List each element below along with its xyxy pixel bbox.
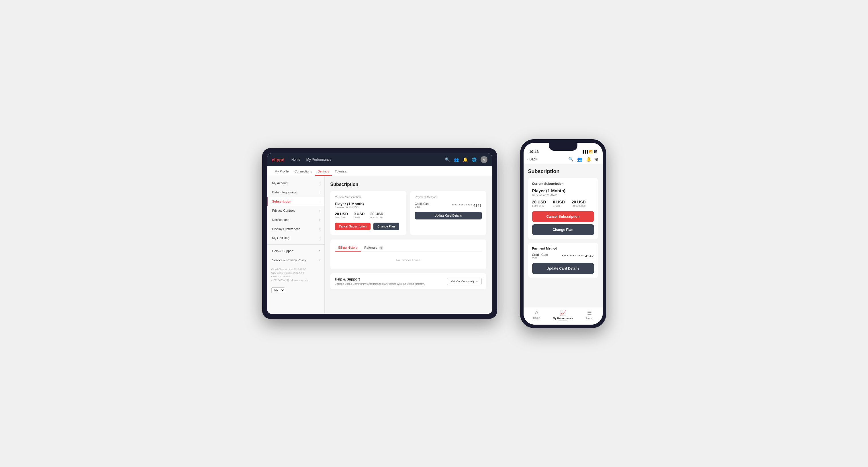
phone-change-plan-button[interactable]: Change Plan: [532, 224, 594, 235]
chevron-right-icon: ›: [319, 218, 320, 221]
billing-tabs: Billing History Referrals 0: [335, 244, 482, 252]
phone-plan-name: Player (1 Month): [532, 188, 594, 193]
phone-current-subscription-card-title: Current Subscription: [532, 182, 594, 185]
nav-link-home[interactable]: Home: [291, 158, 301, 162]
help-support-section: Help & Support Visit the Clippd Communit…: [331, 273, 486, 289]
tablet-frame: clippd Home My Performance 🔍 👥 🔔 🌐 A My …: [262, 148, 497, 319]
nav-link-performance[interactable]: My Performance: [306, 158, 332, 162]
phone-credit: 0 USD Credit: [553, 200, 565, 207]
sidebar-item-notifications[interactable]: Notifications ›: [267, 215, 324, 224]
phone-notch: [549, 143, 578, 151]
cards-row: Current Subscription Player (1 Month) Re…: [331, 191, 486, 235]
phone-cancel-subscription-button[interactable]: Cancel Subscription: [532, 211, 594, 222]
tab-referrals[interactable]: Referrals 0: [361, 244, 387, 252]
payment-type: Credit Card: [415, 202, 430, 206]
tablet-content: My Account › Data Integrations › Subscri…: [267, 176, 492, 314]
payment-card-number: **** **** **** 4242: [452, 204, 482, 207]
phone-base-price: 20 USD Base price: [532, 200, 546, 207]
tablet-navbar: clippd Home My Performance 🔍 👥 🔔 🌐 A: [267, 153, 492, 166]
performance-icon: 📈: [560, 310, 566, 316]
signal-icon: ▐▐▐: [582, 150, 588, 153]
payment-method-title: Payment Method: [415, 196, 482, 199]
phone-nav-menu[interactable]: ☰ Menu: [576, 310, 602, 321]
current-subscription-card: Current Subscription Player (1 Month) Re…: [331, 191, 406, 235]
amount-due: 20 USD Amount due: [370, 212, 383, 219]
language-select[interactable]: EN: [271, 287, 285, 293]
subnav-settings[interactable]: Settings: [315, 169, 332, 176]
phone-time: 10:43: [529, 150, 539, 154]
bell-icon[interactable]: 🔔: [463, 157, 468, 162]
no-invoices-message: No Invoices Found: [335, 256, 482, 265]
phone-nav-home[interactable]: ⌂ Home: [524, 310, 550, 321]
bell-icon[interactable]: 🔔: [586, 157, 591, 162]
chevron-right-icon: ›: [319, 200, 320, 203]
update-card-button[interactable]: Update Card Details: [415, 212, 482, 219]
sidebar-item-help-support[interactable]: Help & Support ↗: [267, 246, 324, 255]
change-plan-button[interactable]: Change Plan: [373, 223, 399, 230]
phone-status-icons: ▐▐▐ 📶 85: [582, 150, 597, 153]
help-description: Visit the Clippd Community to troublesho…: [335, 282, 425, 285]
credit-price: 0 USD Credit: [353, 212, 365, 219]
sidebar-language[interactable]: EN: [267, 285, 324, 296]
sidebar-item-data-integrations[interactable]: Data Integrations ›: [267, 188, 324, 197]
billing-card: Billing History Referrals 0 No Invoices …: [331, 240, 486, 269]
tablet-sidebar: My Account › Data Integrations › Subscri…: [267, 176, 325, 314]
plan-renew-date: Renews on 25/07/23: [335, 206, 402, 209]
sidebar-item-display-preferences[interactable]: Display Preferences ›: [267, 224, 324, 234]
plan-pricing: 20 USD Base price 0 USD Credit 20 USD Am…: [335, 212, 402, 219]
sidebar-divider: [267, 244, 324, 245]
subnav-connections[interactable]: Connections: [291, 169, 315, 176]
chevron-right-icon: ›: [319, 227, 320, 230]
phone-card-number: **** **** **** 4242: [562, 254, 594, 258]
payment-type-info: Credit Card Visa: [415, 202, 430, 208]
sidebar-item-my-golf-bag[interactable]: My Golf Bag ›: [267, 234, 324, 243]
external-link-icon: ↗: [318, 250, 320, 253]
phone-nav-performance[interactable]: 📈 My Performance: [550, 310, 576, 321]
sidebar-item-my-account[interactable]: My Account ›: [267, 179, 324, 188]
phone-current-subscription-card: Current Subscription Player (1 Month) Re…: [528, 178, 598, 239]
home-icon: ⌂: [535, 310, 538, 316]
phone-bottom-nav: ⌂ Home 📈 My Performance ☰ Menu: [524, 307, 602, 324]
tablet-main: Subscription Current Subscription Player…: [325, 176, 492, 314]
avatar[interactable]: A: [480, 156, 488, 163]
globe-icon[interactable]: 🌐: [472, 157, 476, 162]
phone-pricing: 20 USD Base price 0 USD Credit 20 USD Am…: [532, 200, 594, 207]
phone-payment-method-card: Payment Method Credit Card Visa **** ***…: [528, 243, 598, 278]
chevron-right-icon: ›: [319, 182, 320, 185]
referrals-badge: 0: [379, 246, 383, 250]
tablet-nav-links: Home My Performance: [291, 158, 445, 162]
payment-method-card: Payment Method Credit Card Visa **** ***…: [410, 191, 486, 235]
tab-billing-history[interactable]: Billing History: [335, 244, 361, 252]
phone-payment-info-row: Credit Card Visa **** **** **** 4242: [532, 253, 594, 259]
sidebar-item-privacy-controls[interactable]: Privacy Controls ›: [267, 206, 324, 215]
chevron-right-icon: ›: [319, 237, 320, 240]
phone-nav: ‹ Back 🔍 👥 🔔 ⊕: [524, 155, 602, 164]
sidebar-item-service-privacy-policy[interactable]: Service & Privacy Policy ↗: [267, 255, 324, 265]
add-icon[interactable]: ⊕: [595, 157, 599, 162]
subscription-btn-row: Cancel Subscription Change Plan: [335, 223, 402, 230]
users-icon[interactable]: 👥: [577, 157, 583, 162]
chevron-left-icon: ‹: [528, 157, 529, 161]
payment-info-row: Credit Card Visa **** **** **** 4242: [415, 202, 482, 208]
sidebar-item-subscription[interactable]: Subscription ›: [267, 197, 324, 206]
subscription-title: Subscription: [331, 182, 486, 187]
phone-payment-type-info: Credit Card Visa: [532, 253, 548, 259]
payment-brand: Visa: [415, 206, 430, 208]
users-icon[interactable]: 👥: [454, 157, 459, 162]
back-button[interactable]: ‹ Back: [528, 157, 537, 161]
search-icon[interactable]: 🔍: [445, 157, 450, 162]
phone-nav-icons: 🔍 👥 🔔 ⊕: [568, 157, 599, 162]
cancel-subscription-button[interactable]: Cancel Subscription: [335, 223, 371, 230]
chevron-right-icon: ›: [319, 191, 320, 194]
external-link-icon: ↗: [476, 280, 478, 283]
subnav-my-profile[interactable]: My Profile: [272, 169, 292, 176]
external-link-icon: ↗: [318, 259, 320, 262]
visit-community-button[interactable]: Visit Our Community ↗: [447, 278, 482, 285]
phone-plan-renew-date: Renews on 25/07/23: [532, 194, 594, 197]
search-icon[interactable]: 🔍: [568, 157, 574, 162]
subnav-tutorials[interactable]: Tutorials: [332, 169, 350, 176]
chevron-right-icon: ›: [319, 209, 320, 212]
phone-update-card-button[interactable]: Update Card Details: [532, 263, 594, 274]
base-price: 20 USD Base price: [335, 212, 348, 219]
wifi-icon: 📶: [589, 150, 592, 153]
